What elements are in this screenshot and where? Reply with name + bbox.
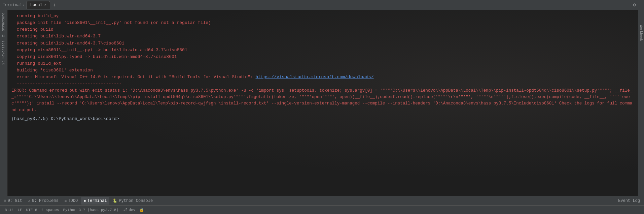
line-ending-value: LF — [17, 208, 22, 212]
sidebar-item-structure[interactable]: 2: Structure — [1, 11, 6, 38]
visual-studio-link[interactable]: https://visualstudio.microsoft.com/downl… — [256, 74, 374, 80]
cursor-position-value: 8:14 — [5, 208, 13, 212]
status-bar: 8:14 LF UTF-8 4 spaces Python 3.7 (hass_… — [0, 205, 644, 214]
terminal-line: building 'ciso8601' extension — [11, 67, 634, 74]
terminal-line: running build_py — [11, 13, 634, 20]
new-tab-button[interactable]: + — [51, 2, 58, 8]
event-log-button[interactable]: Event Log — [615, 198, 643, 204]
terminal-line: running build_ext — [11, 60, 634, 67]
python-console-button[interactable]: 🐍 Python Console — [110, 197, 155, 205]
sidebar-item-favorites[interactable]: 2: Favorites — [1, 39, 6, 66]
git-branch[interactable]: ⎇ dev — [120, 206, 137, 214]
terminal-button[interactable]: ▣ Terminal — [81, 197, 109, 205]
sidebar-item-workbook[interactable]: Workbook — [639, 24, 644, 42]
terminal-line: package init file 'ciso8601\__init__.py'… — [11, 20, 634, 26]
todo-button[interactable]: ≡ TODO — [62, 197, 80, 205]
indent-value: 4 spaces — [41, 208, 59, 212]
tab-bar-icons: ⚙ — — [633, 2, 644, 8]
event-log-label: Event Log — [618, 198, 640, 203]
git-icon: ⊞ — [4, 198, 6, 203]
terminal-line: copying ciso8601\__init__.pyi -> build\l… — [11, 47, 634, 54]
problems-button[interactable]: ⚠ 6: Problems — [26, 197, 61, 205]
indent[interactable]: 4 spaces — [39, 206, 61, 214]
terminal-icon: ▣ — [84, 198, 86, 203]
tab-close-icon[interactable]: × — [44, 3, 46, 7]
terminal-prefix-label: Terminal: — [3, 3, 25, 7]
bottom-toolbar: ⊞ 9: Git ⚠ 6: Problems ≡ TODO ▣ Terminal… — [0, 196, 644, 205]
python-icon: 🐍 — [113, 198, 117, 203]
terminal-error-block: ERROR: Command errored out with exit sta… — [11, 88, 634, 114]
minimize-icon[interactable]: — — [639, 2, 641, 8]
tab-bar: Terminal: Local × + ⚙ — — [0, 0, 644, 10]
terminal-line: copying ciso8601\py.typed -> build\lib.w… — [11, 54, 634, 60]
terminal-prompt: (hass_py3.7.5) D:\PyCharm_Work\bool\core… — [11, 116, 634, 122]
branch-icon: ⎇ — [122, 207, 127, 212]
lock-icon: 🔒 — [139, 208, 144, 212]
cursor-position[interactable]: 8:14 — [3, 206, 15, 214]
line-ending[interactable]: LF — [15, 206, 24, 214]
todo-label: TODO — [68, 198, 78, 203]
todo-icon: ≡ — [65, 199, 67, 203]
encoding[interactable]: UTF-8 — [24, 206, 39, 214]
python-version-value: Python 3.7 (hass_py3.7.5) — [63, 208, 118, 212]
terminal-content[interactable]: running build_py package init file 'ciso… — [7, 10, 638, 196]
right-sidebar: Workbook — [638, 10, 644, 196]
python-console-label: Python Console — [119, 198, 153, 203]
lock-status[interactable]: 🔒 — [137, 206, 146, 214]
git-label: 9: Git — [8, 198, 22, 203]
terminal-tab-local[interactable]: Local × — [27, 1, 50, 9]
settings-icon[interactable]: ⚙ — [633, 2, 636, 8]
terminal-line: ---------------------------------------- — [11, 81, 634, 87]
tab-label: Local — [30, 3, 42, 7]
branch-value: dev — [129, 208, 135, 212]
left-sidebar: 2: Structure 2: Favorites — [0, 10, 7, 196]
terminal-label: Terminal — [87, 198, 107, 203]
problems-icon: ⚠ — [28, 198, 31, 203]
terminal-line: creating build\lib.win-amd64-3.7\ciso860… — [11, 40, 634, 47]
terminal-line-with-link: error: Microsoft Visual C++ 14.0 is requ… — [11, 74, 634, 81]
main-container: 2: Structure 2: Favorites running build_… — [0, 10, 644, 196]
terminal-line: creating build — [11, 26, 634, 33]
encoding-value: UTF-8 — [26, 208, 37, 212]
problems-label: 6: Problems — [32, 198, 58, 203]
terminal-line: creating build\lib.win-amd64-3.7 — [11, 33, 634, 40]
git-button[interactable]: ⊞ 9: Git — [1, 197, 25, 205]
python-version[interactable]: Python 3.7 (hass_py3.7.5) — [61, 206, 120, 214]
